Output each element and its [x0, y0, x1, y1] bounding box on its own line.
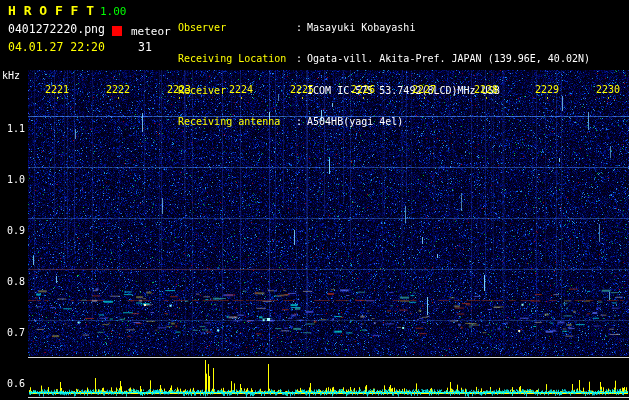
time-tick-label: 2225 — [290, 85, 314, 95]
datetime-label: 04.01.27 22:20 — [8, 42, 105, 54]
freq-tick-label: 0.8 — [0, 277, 25, 287]
freq-tick-label: 0.7 — [0, 328, 25, 338]
freq-tick-label: 1.1 — [0, 124, 25, 134]
station-info: Observer:Masayuki Kobayashi Receiving Lo… — [178, 3, 590, 149]
info-value: ICOM IC-575 53.7492(8LCD)MHz USB — [307, 86, 500, 97]
freq-unit-label: kHz — [2, 71, 20, 81]
info-label: Receiving Location — [178, 54, 296, 65]
time-tick-label: 2229 — [535, 85, 559, 95]
info-label: Receiving antenna — [178, 117, 296, 128]
info-colon: : — [296, 117, 302, 128]
app-version: 1.00 — [100, 6, 127, 17]
time-tick-label: 2230 — [596, 85, 620, 95]
time-tick-label: 2224 — [229, 85, 253, 95]
hrofft-screen: H R O F F T 1.00 0401272220.png meteor 0… — [0, 0, 629, 400]
time-tick-label: 2223 — [167, 85, 191, 95]
file-name: 0401272220.png — [8, 24, 105, 36]
info-value: A504HB(yagi 4el) — [307, 117, 403, 128]
sample-count: 31 — [138, 42, 152, 54]
time-tick-label: 2228 — [474, 85, 498, 95]
info-value: Masayuki Kobayashi — [307, 23, 415, 34]
info-row-location: Receiving Location:Ogata-vill. Akita-Pre… — [178, 54, 590, 65]
time-tick-label: 2227 — [412, 85, 436, 95]
freq-tick-label: 1.0 — [0, 175, 25, 185]
info-colon: : — [296, 54, 302, 65]
info-row-antenna: Receiving antenna:A504HB(yagi 4el) — [178, 117, 590, 128]
time-tick-label: 2221 — [45, 85, 69, 95]
time-tick-label: 2226 — [351, 85, 375, 95]
info-value: Ogata-vill. Akita-Pref. JAPAN (139.96E, … — [307, 54, 590, 65]
info-colon: : — [296, 23, 302, 34]
time-tick-label: 2222 — [106, 85, 130, 95]
mode-label: meteor — [131, 26, 171, 37]
info-row-observer: Observer:Masayuki Kobayashi — [178, 23, 590, 34]
app-title: H R O F F T — [8, 4, 94, 17]
freq-tick-label: 0.6 — [0, 379, 25, 389]
freq-tick-label: 0.9 — [0, 226, 25, 236]
info-label: Observer — [178, 23, 296, 34]
recording-indicator-icon — [112, 26, 122, 36]
